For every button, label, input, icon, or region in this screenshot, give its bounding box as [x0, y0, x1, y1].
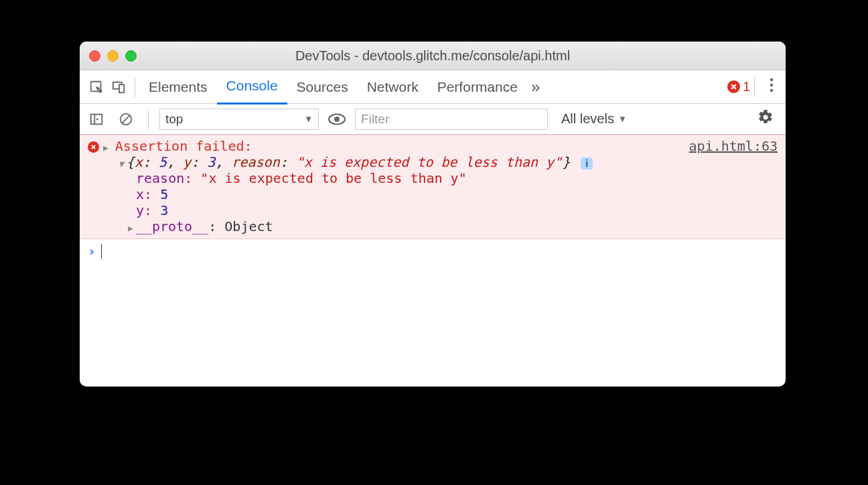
error-title: Assertion failed: — [115, 138, 252, 154]
prompt-indicator: › — [88, 243, 96, 259]
svg-point-4 — [770, 84, 773, 86]
console-body: Assertion failed: api.html:63 {x: 5, y: … — [80, 135, 786, 263]
property-row[interactable]: reason: "x is expected to be less than y… — [136, 170, 778, 186]
titlebar: DevTools - devtools.glitch.me/console/ap… — [80, 42, 786, 70]
console-prompt[interactable]: › — [80, 239, 786, 263]
toggle-console-sidebar-icon[interactable] — [85, 108, 108, 131]
devtools-window: DevTools - devtools.glitch.me/console/ap… — [80, 42, 786, 387]
error-count: 1 — [743, 79, 750, 94]
svg-point-3 — [770, 78, 773, 81]
expand-toggle[interactable] — [103, 138, 111, 154]
execution-context-selector[interactable]: top ▼ — [159, 109, 319, 130]
chevron-down-icon: ▼ — [618, 114, 627, 124]
chevron-down-icon: ▼ — [304, 114, 313, 124]
svg-rect-2 — [119, 84, 124, 92]
source-link[interactable]: api.html:63 — [689, 138, 778, 154]
live-expression-icon[interactable] — [326, 108, 348, 131]
more-options-icon[interactable] — [770, 78, 774, 96]
tab-performance[interactable]: Performance — [428, 70, 527, 103]
info-icon[interactable]: i — [581, 157, 593, 169]
more-tabs-button[interactable]: » — [531, 78, 540, 96]
tab-network[interactable]: Network — [358, 70, 428, 103]
window-title: DevTools - devtools.glitch.me/console/ap… — [80, 48, 786, 64]
property-row[interactable]: y: 3 — [136, 202, 778, 218]
divider — [754, 77, 755, 97]
divider — [135, 77, 135, 97]
error-count-badge[interactable]: 1 — [727, 79, 750, 94]
main-tabs: Elements Console Sources Network Perform… — [80, 70, 786, 104]
log-levels-label: All levels — [561, 111, 614, 127]
proto-row[interactable]: __proto__: Object — [128, 218, 778, 234]
collapse-toggle[interactable] — [119, 154, 127, 170]
svg-point-9 — [334, 117, 340, 122]
toggle-device-toolbar-icon[interactable] — [108, 76, 131, 98]
close-window-button[interactable] — [89, 50, 100, 62]
divider — [148, 109, 149, 129]
tab-console[interactable]: Console — [217, 70, 287, 105]
execution-context-value: top — [165, 112, 183, 127]
error-icon — [88, 141, 99, 153]
property-row[interactable]: x: 5 — [136, 186, 778, 202]
minimize-window-button[interactable] — [107, 50, 119, 62]
console-error-message: Assertion failed: api.html:63 {x: 5, y: … — [80, 135, 786, 239]
traffic-lights — [89, 50, 137, 62]
console-toolbar: top ▼ Filter All levels ▼ — [80, 104, 786, 135]
log-levels-selector[interactable]: All levels ▼ — [561, 111, 627, 127]
svg-point-5 — [770, 89, 773, 92]
tab-elements[interactable]: Elements — [139, 70, 217, 103]
zoom-window-button[interactable] — [125, 50, 137, 62]
expand-toggle[interactable] — [128, 218, 136, 234]
console-settings-icon[interactable] — [757, 109, 774, 129]
text-caret — [101, 244, 102, 259]
object-properties: reason: "x is expected to be less than y… — [136, 170, 778, 218]
tab-sources[interactable]: Sources — [287, 70, 358, 103]
inspect-element-icon[interactable] — [85, 76, 108, 98]
error-icon — [727, 80, 740, 93]
clear-console-icon[interactable] — [115, 108, 137, 131]
object-preview[interactable]: {x: 5, y: 3, reason: "x is expected to b… — [119, 154, 778, 170]
filter-placeholder: Filter — [361, 112, 389, 127]
filter-input[interactable]: Filter — [355, 109, 548, 130]
